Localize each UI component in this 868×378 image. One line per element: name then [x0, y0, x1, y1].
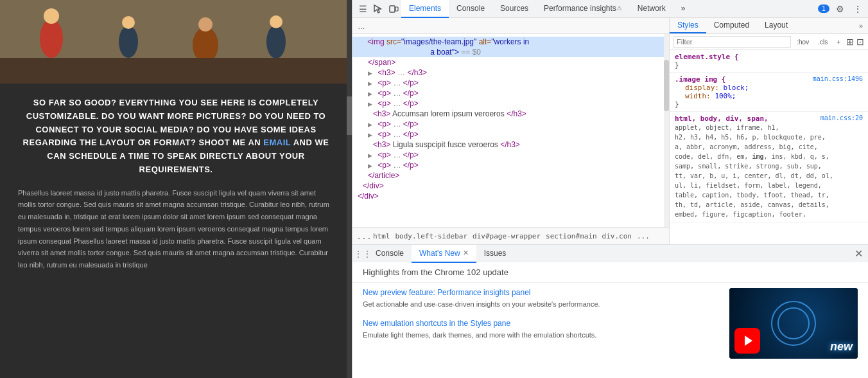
tab-sources[interactable]: Sources	[492, 0, 536, 18]
tree-row[interactable]: <h3> Accumsan lorem ipsum veroeros </h3>	[352, 109, 669, 119]
item-1-title[interactable]: New preview feature: Performance insight…	[363, 288, 719, 297]
bottom-panel: ⋮⋮ Console What's New ✕ Issues ✕ Highlig…	[352, 244, 868, 378]
tree-row[interactable]: </article>	[352, 170, 669, 181]
tree-more-btn[interactable]: ...	[355, 19, 368, 32]
item-1-link[interactable]: New preview feature: Performance insight…	[363, 288, 530, 297]
svg-point-7	[198, 17, 213, 32]
layout-icon[interactable]: ⊡	[856, 37, 864, 47]
email-link[interactable]: EMAIL	[263, 138, 291, 147]
indent	[358, 99, 368, 108]
svg-point-4	[119, 26, 138, 58]
style-rule-element: element.style { }	[670, 50, 868, 73]
hov-button[interactable]: :hov	[794, 37, 812, 48]
val-width: 100%;	[715, 92, 736, 100]
item-1-title-prefix: New preview feature:	[363, 288, 435, 297]
menu-icon[interactable]: ☰	[355, 1, 370, 17]
elements-area: ... <img src="images/the-team.jpg" alt="…	[352, 18, 868, 244]
breadcrumb-div-pw[interactable]: div#page-wrapper	[473, 232, 541, 240]
article-close: </article>	[368, 171, 399, 180]
tab-computed[interactable]: Computed	[706, 18, 757, 33]
html-tree-wrapper: ... <img src="images/the-team.jpg" alt="…	[352, 18, 669, 244]
copy-icon[interactable]: ⊞	[846, 37, 854, 47]
device-toggle-icon[interactable]	[386, 1, 401, 17]
source-reset[interactable]: main.css:20	[820, 114, 863, 122]
tree-row[interactable]: <h3> Ligula suspcipit fusce veroeros </h…	[352, 140, 669, 150]
tab-network[interactable]: Network	[630, 0, 673, 18]
video-play-button[interactable]	[734, 328, 760, 354]
tree-row-cont[interactable]: a boat"> == $0	[352, 47, 669, 57]
styles-more[interactable]: »	[854, 18, 868, 33]
tree-row[interactable]: ▶ <p> … </p>	[352, 98, 669, 109]
tree-row[interactable]: ▶ <p> … </p>	[352, 160, 669, 170]
arrow: ▶	[368, 70, 376, 76]
whats-new-video[interactable]: new	[729, 288, 858, 359]
h3-close: </h3>	[507, 109, 526, 118]
tree-row[interactable]: ▶ <p> … </p>	[352, 129, 669, 140]
tree-row[interactable]: ▶ <h3> … </h3>	[352, 68, 669, 78]
add-style-button[interactable]: +	[833, 37, 844, 48]
val-display: block;	[724, 84, 749, 92]
tree-row[interactable]: ▶ <p> … </p>	[352, 88, 669, 98]
dots: …	[393, 120, 401, 129]
breadcrumb-html[interactable]: html	[373, 232, 390, 240]
tab-console-bottom[interactable]: Console	[368, 245, 412, 263]
settings-icon[interactable]: ⚙	[832, 1, 847, 17]
tab-whats-new[interactable]: What's New ✕	[412, 245, 476, 263]
scrollbar[interactable]	[347, 0, 352, 378]
arrow: ▶	[368, 101, 376, 107]
notification-badge: 1	[818, 4, 829, 13]
attr-name2: alt=	[479, 37, 492, 46]
whats-new-close[interactable]: ✕	[463, 249, 469, 257]
breadcrumb-more2[interactable]: ...	[637, 232, 650, 240]
item-2-link[interactable]: New emulation shortcuts in the Styles pa…	[363, 319, 510, 328]
tree-toolbar: ...	[352, 18, 669, 34]
breadcrumb-div-con[interactable]: div.con	[602, 232, 632, 240]
more-options-icon[interactable]: ⋮	[850, 1, 865, 17]
tab-issues[interactable]: Issues	[476, 245, 514, 263]
selector-element-style: element.style {	[675, 53, 738, 61]
item-2-title[interactable]: New emulation shortcuts in the Styles pa…	[363, 319, 719, 328]
bottom-tabs-bar: ⋮⋮ Console What's New ✕ Issues ✕	[352, 244, 868, 262]
tree-row[interactable]: </span>	[352, 57, 669, 68]
tree-row[interactable]: ▶ <p> … </p>	[352, 119, 669, 129]
p-close: </p>	[403, 130, 419, 139]
source-image-img[interactable]: main.css:1496	[813, 75, 863, 82]
h3-tag: <h3>	[373, 109, 390, 118]
arrow: ▶	[368, 91, 376, 97]
dots: …	[393, 150, 401, 159]
tree-row[interactable]: <img src="images/the-team.jpg" alt="work…	[352, 37, 669, 47]
p-tag: <p>	[378, 161, 391, 170]
dots: …	[393, 130, 401, 139]
p-tag: <p>	[378, 78, 391, 87]
tab-elements[interactable]: Elements	[401, 0, 449, 18]
tab-more[interactable]: »	[673, 0, 693, 18]
tab-performance-insights[interactable]: Performance insights ⚠	[536, 0, 630, 18]
breadcrumb-body[interactable]: body.left-sidebar	[395, 232, 468, 240]
arrow: ▶	[368, 152, 376, 159]
tree-scrollbar[interactable]	[664, 34, 669, 227]
breadcrumb-more[interactable]: ...	[358, 230, 370, 242]
inspect-icon[interactable]	[370, 1, 386, 17]
tab-console[interactable]: Console	[449, 0, 492, 18]
arrow: ▶	[368, 80, 376, 87]
p-tag: <p>	[378, 150, 391, 159]
tree-row[interactable]: </div>	[352, 191, 669, 201]
cls-button[interactable]: .cls	[815, 37, 831, 48]
tree-scrollbar-thumb[interactable]	[664, 60, 669, 111]
whats-new-item-1: New preview feature: Performance insight…	[363, 288, 719, 310]
filter-input[interactable]	[673, 36, 791, 48]
tree-row[interactable]: ▶ <p> … </p>	[352, 78, 669, 88]
row-continuation	[358, 48, 409, 57]
svg-point-5	[122, 16, 135, 29]
breadcrumb-section[interactable]: section#main	[546, 232, 596, 240]
tree-row[interactable]: </div>	[352, 181, 669, 191]
html-tree-scroll[interactable]: <img src="images/the-team.jpg" alt="work…	[352, 34, 669, 227]
expand-arrow	[358, 39, 365, 46]
drag-handle[interactable]: ⋮⋮	[358, 249, 368, 259]
tab-layout[interactable]: Layout	[757, 18, 795, 33]
tree-row[interactable]: ▶ <p> … </p>	[352, 150, 669, 160]
dom-ref: $0	[473, 48, 481, 57]
scrollbar-thumb[interactable]	[347, 96, 352, 135]
tab-styles[interactable]: Styles	[670, 18, 706, 33]
close-bottom-panel[interactable]: ✕	[855, 248, 863, 260]
